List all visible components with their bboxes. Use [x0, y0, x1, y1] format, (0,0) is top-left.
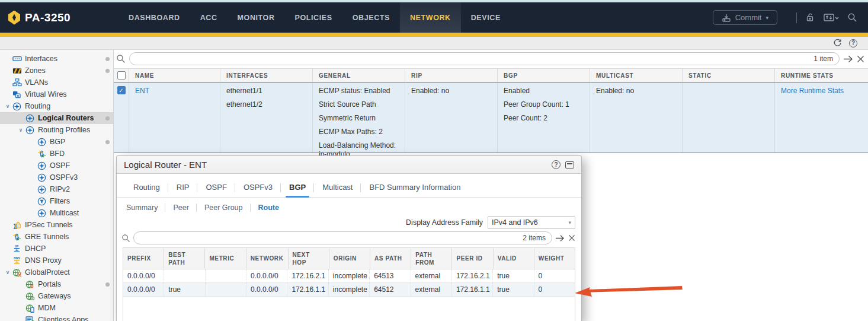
sidebar-item[interactable]: DNS DNS Proxy — [0, 255, 113, 266]
sidebar-item-label: Multicast — [50, 209, 79, 217]
address-family-row: Display Address Family IPv4 and IPv6 ▾ — [117, 215, 581, 231]
unlock-icon[interactable] — [805, 12, 815, 23]
nav-tab[interactable]: POLICIES — [285, 2, 342, 33]
dialog-window-icon[interactable] — [565, 161, 574, 169]
clear-filter-icon[interactable] — [857, 55, 864, 63]
dialog-subtab[interactable]: Summary — [126, 204, 165, 212]
sidebar-item[interactable]: RIPv2 — [0, 183, 113, 195]
route-column-header[interactable]: PEER ID — [452, 248, 493, 269]
column-header[interactable]: GENERAL — [313, 69, 405, 82]
search-input[interactable]: 1 item — [129, 52, 840, 65]
dialog-subtab[interactable]: Route — [251, 204, 287, 212]
sidebar-item[interactable]: OSPF — [0, 160, 113, 171]
column-header[interactable]: INTERFACES — [220, 69, 313, 82]
ospfv3-icon — [37, 173, 47, 182]
row-checkbox[interactable]: ✓ — [114, 83, 129, 152]
route-column-header[interactable]: PATH FROM — [411, 248, 452, 269]
sidebar-item[interactable]: Clientless Apps — [0, 314, 113, 321]
sidebar-item[interactable]: Multicast — [0, 207, 113, 219]
nav-tab[interactable]: OBJECTS — [342, 2, 400, 33]
sidebar-item[interactable]: Zones — [0, 65, 113, 77]
route-column-header[interactable]: AS PATH — [370, 248, 411, 269]
sidebar-item[interactable]: GRE Tunnels — [0, 231, 113, 243]
route-column-header[interactable]: VALID — [494, 248, 534, 269]
route-column-header[interactable]: METRIC — [205, 248, 246, 269]
sidebar-item[interactable]: Virtual Wires — [0, 88, 113, 100]
sidebar-item[interactable]: MDM — [0, 302, 113, 314]
dialog-tab[interactable]: OSPFv3 — [235, 183, 281, 197]
sidebar-item[interactable]: BGP — [0, 136, 113, 148]
table-row[interactable]: ✓ ENT ethernet1/1 ethernet1/2 ECMP statu… — [114, 82, 868, 153]
column-header[interactable]: STATIC — [683, 69, 775, 82]
dialog-tab[interactable]: OSPF — [197, 183, 235, 197]
dialog-subtab[interactable]: Peer — [165, 204, 196, 212]
dialog-tab[interactable]: BFD Summary Information — [361, 183, 469, 197]
sidebar-item[interactable]: OSPFv3 — [0, 171, 113, 183]
route-column-header[interactable]: BEST PATH — [164, 248, 205, 269]
sidebar-item-label: Gateways — [38, 292, 71, 300]
sidebar-item[interactable]: BFD — [0, 148, 113, 160]
route-table-row[interactable]: 0.0.0.0/0 true 0.0.0.0/0 172.16.1.1 inco… — [123, 283, 575, 297]
sidebar-item[interactable]: ∨ Routing Profiles — [0, 124, 113, 136]
route-column-header[interactable]: NEXT HOP — [289, 248, 329, 269]
network-sidebar-tree: Interfaces Zones VLANs Virtual Wires ∨ R… — [0, 50, 114, 321]
route-table-row[interactable]: 0.0.0.0/0 0.0.0.0/0 172.16.2.1 incomplet… — [123, 269, 575, 283]
nav-tab[interactable]: ACC — [190, 2, 228, 33]
search-icon[interactable] — [847, 12, 857, 23]
sidebar-item[interactable]: IP DHCP — [0, 243, 113, 255]
route-column-header[interactable]: WEIGHT — [534, 248, 575, 269]
dialog-tab[interactable]: Multicast — [314, 183, 361, 197]
dialog-title-bar[interactable]: Logical Router - ENT ? — [117, 156, 581, 174]
dialog-subtab[interactable]: Peer Group — [197, 204, 251, 212]
refresh-icon[interactable] — [833, 39, 842, 47]
route-column-header[interactable]: ORIGIN — [329, 248, 370, 269]
nav-tab[interactable]: DASHBOARD — [118, 2, 190, 33]
dialog-tab[interactable]: Routing — [125, 183, 168, 197]
column-header[interactable]: RIP — [405, 69, 498, 82]
nav-tab[interactable]: DEVICE — [461, 2, 511, 33]
sidebar-item-label: Portals — [38, 280, 61, 288]
sidebar-item[interactable]: Logical Routers — [0, 112, 113, 124]
route-search-input[interactable]: 2 items — [133, 231, 552, 244]
bgp-subtabs: Summary Peer Peer Group Route — [117, 198, 581, 215]
help-icon[interactable]: ? — [849, 39, 857, 47]
chevron-down-icon[interactable]: ∨ — [4, 103, 12, 109]
sidebar-item[interactable]: ∨ GlobalProtect — [0, 266, 113, 278]
chevron-down-icon[interactable]: ∨ — [17, 127, 25, 133]
sidebar-item[interactable]: VLANs — [0, 77, 113, 88]
mdm-icon — [25, 304, 35, 313]
dialog-title: Logical Router - ENT — [124, 160, 207, 170]
sidebar-item[interactable]: ∨ Routing — [0, 100, 113, 112]
nav-tab[interactable]: NETWORK — [400, 2, 461, 33]
column-header[interactable]: NAME — [129, 69, 220, 82]
column-header[interactable]: RUNTIME STATS — [775, 69, 868, 82]
more-runtime-stats-link[interactable]: More Runtime Stats — [781, 87, 844, 95]
route-column-header[interactable]: PREFIX — [123, 248, 164, 269]
sidebar-item[interactable]: Gateways — [0, 290, 113, 302]
router-name-link[interactable]: ENT — [135, 87, 149, 95]
sidebar-item[interactable]: IPSec Tunnels — [0, 219, 113, 231]
address-family-select[interactable]: IPv4 and IPv6 ▾ — [488, 216, 575, 229]
column-header[interactable]: MULTICAST — [590, 69, 683, 82]
nav-tab-label: NETWORK — [410, 14, 451, 22]
sidebar-item-label: OSPF — [50, 161, 70, 170]
chevron-down-icon[interactable]: ∨ — [4, 269, 12, 275]
apply-filter-icon[interactable] — [555, 234, 565, 242]
sidebar-item[interactable]: Interfaces — [0, 53, 113, 65]
column-header[interactable]: BGP — [498, 69, 590, 82]
route-item-count: 2 items — [523, 234, 546, 242]
route-column-header[interactable]: NETWORK — [246, 248, 289, 269]
sidebar-item[interactable]: Filters — [0, 195, 113, 207]
sidebar-item-label: BGP — [50, 138, 65, 146]
apply-filter-icon[interactable] — [843, 55, 853, 63]
config-actions-icon[interactable] — [824, 12, 839, 23]
sidebar-item[interactable]: Portals — [0, 278, 113, 290]
nav-tab[interactable]: MONITOR — [228, 2, 285, 33]
commit-button[interactable]: Commit ▾ — [713, 10, 777, 25]
dialog-tab[interactable]: BGP — [281, 183, 314, 197]
clear-filter-icon[interactable] — [568, 234, 575, 241]
select-all-checkbox[interactable] — [114, 69, 129, 82]
status-dot — [105, 140, 110, 144]
dialog-tab[interactable]: RIP — [168, 183, 198, 197]
dialog-help-icon[interactable]: ? — [552, 160, 560, 169]
